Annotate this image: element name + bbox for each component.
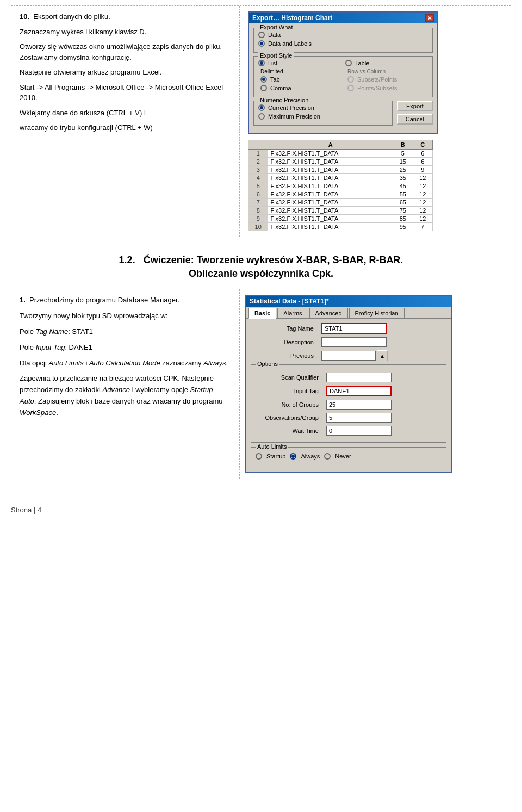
numeric-precision-group: Numeric Precision Current Precision Maxi… bbox=[253, 101, 393, 126]
tag-name-row: Tag Name : bbox=[251, 323, 446, 334]
radio-tab-row: Tab bbox=[260, 76, 341, 83]
table-row: 8Fix32.FIX.HIST1.T_DATA7512 bbox=[248, 207, 433, 215]
radio-tab[interactable] bbox=[260, 76, 267, 83]
radio-data-labels-label: Data and Labels bbox=[268, 40, 312, 47]
col-header-num bbox=[248, 140, 268, 150]
tab-proficy[interactable]: Proficy Historian bbox=[349, 308, 405, 318]
radio-comma-label: Comma bbox=[270, 85, 291, 91]
section-10-text: 10. Eksport danych do pliku. Zaznaczamy … bbox=[11, 6, 240, 237]
radio-list[interactable] bbox=[258, 60, 265, 66]
table-row: 1Fix32.FIX.HIST1.T_DATA56 bbox=[248, 150, 433, 158]
description-input[interactable] bbox=[321, 337, 387, 347]
radio-maximum[interactable] bbox=[258, 113, 265, 120]
export-what-group: Export What Data Data and Labels bbox=[253, 28, 433, 53]
table-row: 7Fix32.FIX.HIST1.T_DATA6512 bbox=[248, 199, 433, 207]
radio-startup[interactable] bbox=[256, 453, 262, 460]
radio-data[interactable] bbox=[258, 32, 265, 38]
radio-comma[interactable] bbox=[260, 85, 267, 91]
radio-tab-label: Tab bbox=[270, 76, 280, 83]
radio-points-row: Points/Subsets bbox=[347, 85, 428, 91]
export-dialog: Export… Histogram Chart ✕ Export What Da… bbox=[248, 11, 438, 134]
no-groups-label: No: of Groups : bbox=[256, 401, 326, 408]
table-row: 4Fix32.FIX.HIST1.T_DATA3512 bbox=[248, 174, 433, 182]
export-dialog-titlebar: Export… Histogram Chart ✕ bbox=[249, 13, 437, 23]
scan-qualifier-input[interactable] bbox=[326, 373, 391, 382]
radio-table-row: Table bbox=[345, 60, 428, 66]
col-header-c: C bbox=[413, 140, 432, 150]
auto-limits-section: Auto Limits Startup Always Never bbox=[251, 447, 446, 463]
cancel-button[interactable]: Cancel bbox=[397, 114, 433, 125]
table-row: 5Fix32.FIX.HIST1.T_DATA4512 bbox=[248, 182, 433, 190]
radio-data-labels[interactable] bbox=[258, 40, 265, 47]
radio-points[interactable] bbox=[347, 85, 354, 91]
obs-group-label: Observations/Group : bbox=[256, 414, 326, 421]
export-style-right: Table Row vs Column Subsets/Points bbox=[345, 60, 428, 94]
export-what-data-row: Data bbox=[258, 32, 428, 38]
radio-comma-row: Comma bbox=[260, 85, 341, 91]
table-row: 6Fix32.FIX.HIST1.T_DATA5512 bbox=[248, 190, 433, 199]
footer: Strona | 4 bbox=[11, 501, 511, 514]
excel-data-table: A B C 1Fix32.FIX.HIST1.T_DATA562Fix32.FI… bbox=[248, 140, 433, 231]
section-1-container: 1. Przechodzimy do programu Database Man… bbox=[11, 289, 511, 479]
obs-group-row: Observations/Group : bbox=[256, 413, 442, 423]
numeric-precision-section: Numeric Precision Current Precision Maxi… bbox=[253, 101, 433, 129]
radio-subsets-row: Subsets/Points bbox=[347, 76, 428, 83]
radio-always[interactable] bbox=[290, 453, 296, 460]
wait-time-row: Wait Time : bbox=[256, 426, 442, 436]
tag-name-label: Tag Name : bbox=[251, 325, 321, 332]
previous-arrow-button[interactable]: ▲ bbox=[377, 350, 388, 361]
section-10-visuals: Export… Histogram Chart ✕ Export What Da… bbox=[240, 6, 511, 237]
auto-limits-row: Startup Always Never bbox=[256, 453, 442, 460]
delimited-label: Delimited bbox=[260, 69, 341, 75]
export-button[interactable]: Export bbox=[397, 101, 433, 111]
radio-list-row: List bbox=[258, 60, 341, 66]
stat-dialog-tabs: Basic Alarms Advanced Proficy Historian bbox=[246, 307, 451, 319]
table-row: 9Fix32.FIX.HIST1.T_DATA8512 bbox=[248, 215, 433, 223]
export-style-label: Export Style bbox=[258, 52, 294, 59]
section-10-p6: wracamy do trybu konfiguracji (CTRL + W) bbox=[20, 122, 231, 133]
no-groups-input[interactable] bbox=[326, 400, 391, 410]
section-10-p5: Wklejamy dane do arkusza (CTRL + V) i bbox=[20, 108, 231, 119]
section-10-p2: Otworzy się wówczas okno umożliwiające z… bbox=[20, 41, 231, 63]
row-col-subgroup: Row vs Column Subsets/Points Points/Subs… bbox=[347, 69, 428, 91]
stat-dialog: Statistical Data - [STAT1]* Basic Alarms… bbox=[245, 295, 452, 473]
scan-qualifier-label: Scan Qualifier : bbox=[256, 374, 326, 381]
heading-line2: Obliczanie współczynnika Cpk. bbox=[11, 267, 511, 281]
radio-table[interactable] bbox=[345, 60, 352, 66]
input-tag-row: Input Tag : bbox=[256, 386, 442, 396]
export-dialog-close[interactable]: ✕ bbox=[425, 14, 434, 22]
radio-subsets[interactable] bbox=[347, 76, 354, 83]
row-col-label: Row vs Column bbox=[347, 69, 428, 75]
radio-table-label: Table bbox=[355, 60, 369, 66]
export-style-group: Export Style List Delimited bbox=[253, 56, 433, 97]
stat-dialog-body: Tag Name : Description : Previous : ▲ Op… bbox=[246, 319, 451, 472]
input-tag-input[interactable] bbox=[326, 386, 391, 396]
radio-startup-label: Startup bbox=[266, 453, 285, 460]
description-label: Description : bbox=[251, 339, 321, 345]
export-style-left: List Delimited Tab Comma bbox=[258, 60, 341, 94]
radio-data-label: Data bbox=[268, 32, 281, 38]
section-1-p2: Pole Tag Name: STAT1 bbox=[20, 326, 231, 338]
table-row: 10Fix32.FIX.HIST1.T_DATA957 bbox=[248, 223, 433, 231]
description-row: Description : bbox=[251, 337, 446, 347]
previous-input[interactable] bbox=[321, 351, 376, 361]
wait-time-label: Wait Time : bbox=[256, 427, 326, 434]
tab-alarms[interactable]: Alarms bbox=[277, 308, 308, 318]
radio-never[interactable] bbox=[324, 453, 331, 460]
obs-group-input[interactable] bbox=[326, 413, 391, 423]
radio-always-label: Always bbox=[301, 453, 320, 460]
options-label: Options bbox=[256, 361, 279, 367]
wait-time-input[interactable] bbox=[326, 426, 391, 436]
export-what-data-labels-row: Data and Labels bbox=[258, 40, 428, 47]
radio-current[interactable] bbox=[258, 104, 265, 111]
export-dialog-body: Export What Data Data and Labels Export … bbox=[249, 23, 437, 133]
dialog-action-buttons: Export Cancel bbox=[397, 101, 433, 125]
tab-basic[interactable]: Basic bbox=[248, 308, 276, 319]
radio-subsets-label: Subsets/Points bbox=[357, 76, 397, 83]
options-section: Options Scan Qualifier : Input Tag : No:… bbox=[251, 364, 446, 443]
tab-advanced[interactable]: Advanced bbox=[309, 308, 348, 318]
section-10-title: 10. Eksport danych do pliku. bbox=[20, 11, 231, 22]
tag-name-input[interactable] bbox=[321, 323, 387, 334]
section-1-p3: Pole Input Tag: DANE1 bbox=[20, 342, 231, 354]
radio-current-label: Current Precision bbox=[268, 104, 314, 111]
